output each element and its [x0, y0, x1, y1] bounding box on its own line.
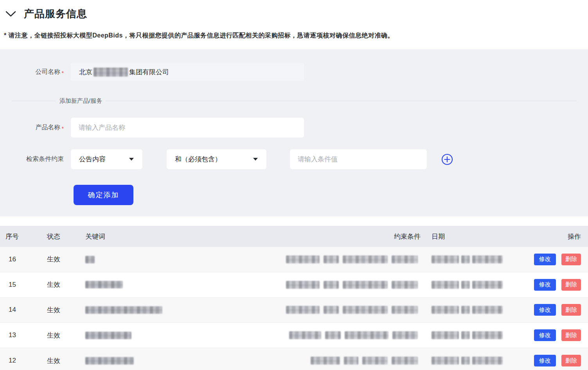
redacted-constraint-segment — [362, 357, 388, 365]
row-index: 13 — [5, 331, 47, 339]
redacted-keyword — [85, 357, 134, 365]
redacted-date-segment — [432, 281, 459, 289]
header-keyword: 关键词 — [85, 232, 288, 241]
edit-button[interactable]: 修改 — [534, 355, 556, 366]
row-index: 16 — [5, 256, 47, 263]
row-date — [421, 306, 505, 314]
row-constraint — [288, 306, 421, 314]
row-keyword — [85, 281, 288, 288]
redacted-constraint-segment — [324, 306, 339, 314]
plus-circle-icon[interactable] — [441, 154, 453, 165]
header-date: 日期 — [421, 232, 505, 241]
redacted-keyword — [85, 306, 162, 314]
keywords-table: 序号 状态 关键词 约束条件 日期 操作 16 生效 修改 删除 15 生效 修… — [0, 226, 588, 370]
product-name-row: 产品名称* — [16, 118, 588, 138]
chevron-down-icon[interactable] — [5, 11, 16, 17]
redacted-constraint-segment — [311, 357, 340, 365]
caret-down-icon — [253, 158, 258, 161]
redacted-constraint-segment — [289, 331, 321, 339]
required-asterisk: * — [62, 70, 64, 76]
row-constraint — [288, 281, 421, 289]
redacted-company-text — [94, 68, 128, 77]
redacted-date-segment — [472, 306, 503, 314]
redacted-constraint-segment — [392, 357, 418, 365]
company-name-prefix: 北京 — [79, 68, 92, 77]
required-asterisk: * — [62, 125, 64, 132]
page-title: 产品服务信息 — [24, 7, 87, 21]
row-status: 生效 — [47, 255, 85, 264]
redacted-constraint-segment — [392, 256, 418, 263]
delete-button[interactable]: 删除 — [561, 355, 581, 366]
delete-button[interactable]: 删除 — [561, 329, 581, 341]
section-header: 产品服务信息 — [0, 0, 588, 21]
edit-button[interactable]: 修改 — [534, 304, 556, 316]
edit-button[interactable]: 修改 — [534, 254, 556, 265]
row-date — [421, 357, 505, 365]
redacted-constraint-segment — [325, 331, 341, 339]
row-actions: 修改 删除 — [505, 279, 581, 291]
redacted-constraint-segment — [343, 281, 388, 289]
table-row: 12 生效 修改 删除 — [0, 348, 588, 370]
condition-value-input[interactable] — [290, 149, 427, 169]
redacted-date-segment — [472, 331, 503, 339]
redacted-constraint-segment — [392, 281, 418, 289]
delete-button[interactable]: 删除 — [561, 279, 581, 291]
redacted-date-segment — [432, 306, 459, 314]
row-actions: 修改 删除 — [505, 254, 581, 265]
redacted-keyword — [85, 332, 131, 339]
row-index: 15 — [5, 281, 47, 289]
company-name-suffix: 集团有限公司 — [129, 68, 169, 77]
row-keyword — [85, 357, 288, 364]
condition-field-value: 公告内容 — [79, 155, 106, 164]
redacted-constraint-segment — [345, 331, 388, 339]
product-name-input[interactable] — [71, 118, 304, 138]
delete-button[interactable]: 删除 — [561, 254, 581, 265]
redacted-date-segment — [432, 331, 459, 339]
edit-button[interactable]: 修改 — [534, 329, 556, 341]
product-name-label: 产品名称* — [16, 123, 64, 132]
notice-text: * 请注意，全链接招投标大模型DeepBids，将只根据您提供的产品服务信息进行… — [4, 32, 588, 40]
redacted-constraint-segment — [344, 357, 358, 365]
condition-field-select[interactable]: 公告内容 — [71, 149, 142, 169]
product-service-form-panel: 公司名称* 北京 集团有限公司 添加新产品/服务 产品名称* 检索条件约束 公告… — [0, 49, 588, 216]
condition-operator-select[interactable]: 和（必须包含） — [167, 149, 266, 169]
redacted-date-segment — [432, 256, 459, 263]
caret-down-icon — [129, 158, 134, 161]
delete-button[interactable]: 删除 — [561, 304, 581, 316]
redacted-date-segment — [461, 357, 470, 365]
table-row: 14 生效 修改 删除 — [0, 298, 588, 323]
company-name-label: 公司名称* — [16, 68, 64, 76]
table-row: 16 生效 修改 删除 — [0, 247, 588, 272]
company-name-row: 公司名称* 北京 集团有限公司 — [16, 49, 588, 81]
row-keyword — [85, 332, 288, 339]
redacted-date-segment — [461, 281, 470, 289]
add-product-divider: 添加新产品/服务 — [12, 97, 576, 105]
redacted-constraint-segment — [343, 306, 388, 314]
redacted-constraint-segment — [286, 281, 320, 289]
divider-line — [12, 101, 56, 101]
divider-line — [106, 101, 576, 101]
confirm-add-button[interactable]: 确定添加 — [74, 185, 133, 205]
row-index: 14 — [5, 306, 47, 314]
redacted-constraint-segment — [324, 281, 339, 289]
row-actions: 修改 删除 — [505, 355, 581, 366]
row-constraint — [288, 331, 421, 339]
redacted-constraint-segment — [286, 256, 320, 263]
redacted-constraint-segment — [392, 306, 418, 314]
row-status: 生效 — [47, 356, 85, 365]
row-keyword — [85, 306, 288, 314]
row-actions: 修改 删除 — [505, 329, 581, 341]
table-body: 16 生效 修改 删除 15 生效 修改 删除 14 生效 — [0, 247, 588, 370]
redacted-constraint-segment — [343, 256, 388, 263]
redacted-constraint-segment — [286, 306, 320, 314]
redacted-date-segment — [461, 331, 470, 339]
row-date — [421, 281, 505, 289]
row-date — [421, 331, 505, 339]
row-status: 生效 — [47, 306, 85, 315]
redacted-date-segment — [461, 306, 470, 314]
row-status: 生效 — [47, 331, 85, 340]
redacted-date-segment — [461, 256, 470, 263]
company-name-value: 北京 集团有限公司 — [71, 63, 304, 81]
row-index: 12 — [5, 357, 47, 365]
edit-button[interactable]: 修改 — [534, 279, 556, 291]
